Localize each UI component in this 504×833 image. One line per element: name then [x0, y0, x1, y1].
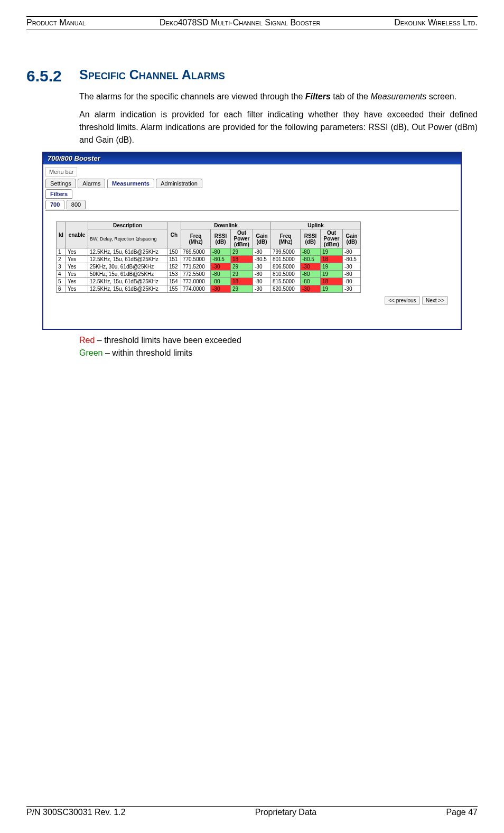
tab-alarms[interactable]: Alarms: [78, 179, 105, 188]
table-row: 4Yes50KHz, 15u, 61dB@25KHz153772.5500-80…: [57, 271, 361, 278]
col-uplink: Uplink: [271, 222, 361, 229]
filters-table: Id enable Description Ch Downlink Uplink…: [56, 221, 361, 293]
col-ul-rssi: RSSI (dB): [301, 229, 321, 248]
col-desc-sub: BW, Delay, Rejection @spacing: [88, 229, 167, 248]
subtab-800[interactable]: 800: [67, 200, 86, 209]
table-row: 2Yes12.5KHz, 15u, 61dB@25KHz151770.5000-…: [57, 256, 361, 263]
footer-right: Page 47: [446, 808, 478, 817]
tab-administration[interactable]: Administration: [156, 179, 202, 188]
legend-green-text: – within threshold limits: [102, 348, 192, 357]
col-downlink: Downlink: [181, 222, 271, 229]
tab-measurements[interactable]: Measurments: [107, 179, 154, 188]
legend-green-label: Green: [79, 348, 102, 357]
window-title-bar: 700/800 Booster: [43, 153, 461, 164]
tab-settings[interactable]: Settings: [45, 179, 76, 188]
col-enable: enable: [66, 222, 88, 248]
table-row: 6Yes12.5KHz, 15u, 61dB@25KHz155774.0000-…: [57, 285, 361, 293]
col-description: Description: [88, 222, 167, 229]
legend-red-label: Red: [79, 336, 95, 345]
col-ul-freq: Freq (Mhz): [271, 229, 301, 248]
screenshot: 700/800 Booster Menu bar Settings Alarms…: [42, 152, 462, 330]
page-footer: P/N 300SC30031 Rev. 1.2 Proprietary Data…: [26, 808, 478, 817]
header-left: Product Manual: [26, 18, 86, 27]
legend: Red – threshold limits have been exceede…: [79, 334, 478, 359]
col-ul-gain: Gain (dB): [343, 229, 361, 248]
paragraph-2: An alarm indication is provided for each…: [79, 108, 478, 146]
paragraph-1: The alarms for the specific channels are…: [79, 90, 478, 103]
col-dl-out: Out Power (dBm): [231, 229, 253, 248]
table-row: 3Yes25KHz, 30u, 61dB@25KHz152771.5200-30…: [57, 263, 361, 271]
section-number: 6.5.2: [26, 67, 79, 85]
next-button[interactable]: Next >>: [422, 296, 448, 305]
table-row: 5Yes12.5KHz, 15u, 61dB@25KHz154773.0000-…: [57, 278, 361, 285]
footer-center: Proprietary Data: [255, 808, 317, 817]
section-title: Specific Channel Alarms: [79, 67, 225, 85]
legend-red-text: – threshold limits have been exceeded: [95, 336, 241, 345]
col-id: Id: [57, 222, 66, 248]
prev-button[interactable]: << previous: [385, 296, 419, 305]
col-dl-rssi: RSSI (dB): [211, 229, 231, 248]
footer-left: P/N 300SC30031 Rev. 1.2: [26, 808, 125, 817]
col-ul-out: Out Power (dBm): [321, 229, 343, 248]
page-header: Product Manual Deko4078SD Multi-Channel …: [26, 18, 478, 30]
col-dl-gain: Gain (dB): [253, 229, 271, 248]
col-dl-freq: Freq (Mhz): [181, 229, 211, 248]
header-right: Dekolink Wireless Ltd.: [394, 18, 478, 27]
subtab-700[interactable]: 700: [45, 200, 64, 209]
table-row: 1Yes12.5KHz, 15u, 61dB@25KHz150769.5000-…: [57, 248, 361, 256]
subtab-filters[interactable]: Filters: [45, 189, 72, 199]
menu-bar-label: Menu bar: [45, 167, 77, 177]
col-ch: Ch: [167, 222, 181, 248]
header-center: Deko4078SD Multi-Channel Signal Booster: [160, 18, 321, 27]
